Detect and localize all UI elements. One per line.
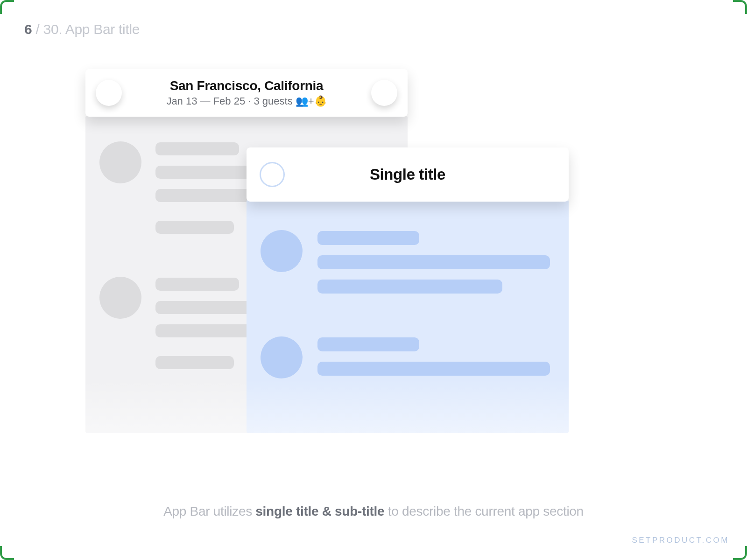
text-placeholder [155,221,234,234]
avatar-placeholder [261,230,303,272]
text-placeholder [155,278,239,291]
text-placeholder-group [317,336,555,386]
text-placeholder [155,142,239,155]
caption-text: to describe the current app section [384,504,584,518]
action-button[interactable] [371,80,397,106]
app-bar-title: Single title [285,166,556,183]
breadcrumb-sep: / [32,21,43,37]
avatar-placeholder [99,141,141,183]
skeleton-list [247,200,569,386]
caption-text: App Bar utilizes [163,504,255,518]
breadcrumb: 6 / 30. App Bar title [24,21,140,37]
text-placeholder-group [317,230,555,304]
breadcrumb-title: 30. App Bar title [43,21,140,37]
watermark: SETPRODUCT.COM [632,536,729,545]
slide-frame: 6 / 30. App Bar title [4,4,743,556]
caption-emphasis: single title & sub-title [255,504,384,518]
text-placeholder [317,337,419,351]
breadcrumb-index: 6 [24,21,32,37]
mock-panel-blue [247,200,569,433]
app-bar-single-title: Single title [247,147,569,202]
list-item [261,230,555,304]
nav-back-button[interactable] [260,162,285,187]
text-placeholder [317,231,419,245]
list-item [261,336,555,386]
avatar-placeholder [261,336,303,378]
text-placeholder [155,356,234,369]
nav-back-button[interactable] [96,80,122,106]
app-bar-subtitle: Jan 13 — Feb 25 · 3 guests 👥+👶 [122,95,371,107]
app-bar-with-subtitle: San Francisco, California Jan 13 — Feb 2… [85,69,408,117]
avatar-placeholder [99,277,141,319]
text-placeholder [317,255,550,269]
text-placeholder [317,362,550,376]
app-bar-title: San Francisco, California [122,78,371,93]
slide-caption: App Bar utilizes single title & sub-titl… [4,504,743,519]
text-placeholder [317,280,502,294]
app-bar-title-group: San Francisco, California Jan 13 — Feb 2… [122,78,371,107]
